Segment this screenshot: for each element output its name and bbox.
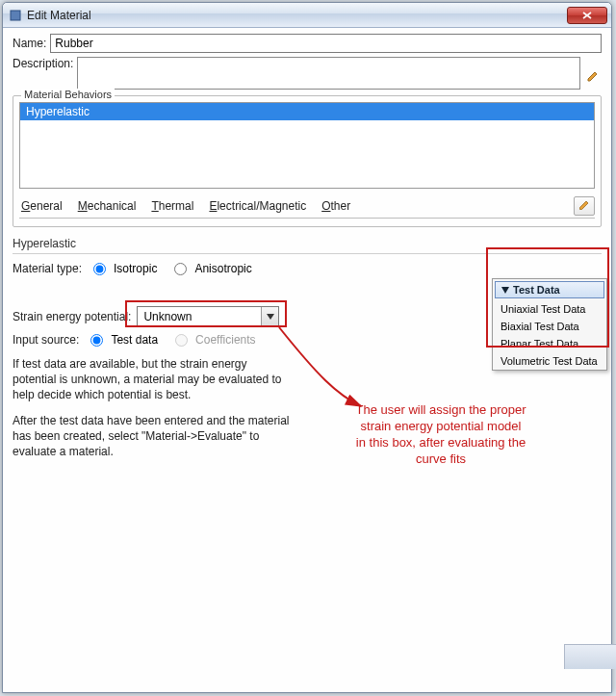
edit-behavior-button[interactable]	[574, 196, 595, 216]
tab-mechanical[interactable]: Mechanical	[76, 197, 139, 215]
behavior-item-hyperelastic[interactable]: Hyperelastic	[20, 103, 594, 120]
menu-uniaxial[interactable]: Uniaxial Test Data	[493, 300, 606, 318]
info-text: If test data are available, but the stra…	[13, 356, 292, 459]
info-paragraph-2: After the test data have been entered an…	[13, 413, 292, 460]
anisotropic-label: Anisotropic	[194, 262, 251, 275]
name-input[interactable]	[50, 34, 602, 53]
material-behaviors-legend: Material Behaviors	[21, 89, 115, 100]
taskbar-fragment	[564, 644, 616, 669]
svg-rect-0	[11, 11, 20, 20]
strain-energy-value: Unknown	[138, 310, 261, 323]
test-data-label: Test data	[111, 333, 158, 347]
material-type-label: Material type:	[13, 262, 82, 275]
coefficients-label: Coefficients	[195, 333, 255, 347]
description-label: Description:	[13, 57, 73, 70]
coefficients-radio	[175, 334, 188, 347]
tab-other[interactable]: Other	[320, 197, 352, 215]
material-behaviors-group: Material Behaviors Hyperelastic General …	[13, 95, 602, 227]
app-icon	[9, 9, 22, 22]
pencil-icon	[586, 69, 600, 86]
material-type-row: Material type: Isotropic Anisotropic	[13, 262, 602, 275]
chevron-down-icon	[261, 307, 278, 326]
tab-electrical[interactable]: Electrical/Magnetic	[207, 197, 308, 215]
isotropic-label: Isotropic	[114, 262, 157, 275]
dialog-content: Name: Description: Material Behaviors Hy…	[3, 28, 611, 692]
tab-thermal[interactable]: Thermal	[149, 197, 195, 215]
test-data-radio[interactable]	[90, 334, 103, 347]
menu-planar[interactable]: Planar Test Data	[493, 335, 606, 352]
hyperelastic-section-title: Hyperelastic	[13, 237, 602, 254]
strain-energy-select[interactable]: Unknown	[137, 306, 279, 327]
strain-energy-label: Strain energy potential:	[13, 310, 131, 323]
tab-general[interactable]: General	[19, 197, 64, 215]
anisotropic-radio[interactable]	[174, 263, 187, 275]
close-icon	[582, 10, 592, 21]
behavior-tabs: General Mechanical Thermal Electrical/Ma…	[19, 196, 595, 219]
description-input[interactable]	[77, 57, 580, 90]
edit-description-button[interactable]	[584, 68, 602, 86]
window-title: Edit Material	[27, 9, 91, 22]
isotropic-radio[interactable]	[93, 263, 106, 275]
test-data-menu-header[interactable]: Test Data	[495, 281, 604, 298]
info-paragraph-1: If test data are available, but the stra…	[13, 356, 292, 403]
close-button[interactable]	[567, 7, 607, 24]
menu-volumetric[interactable]: Volumetric Test Data	[493, 352, 606, 370]
test-data-menu: Test Data Uniaxial Test Data Biaxial Tes…	[492, 278, 607, 371]
titlebar: Edit Material	[3, 3, 611, 28]
triangle-down-icon	[501, 284, 509, 296]
input-source-label: Input source:	[13, 333, 79, 347]
annotation-text: The user will assign the proper strain e…	[354, 402, 527, 468]
menu-biaxial[interactable]: Biaxial Test Data	[493, 318, 606, 335]
behavior-list[interactable]: Hyperelastic	[19, 102, 595, 189]
pencil-icon	[578, 199, 590, 214]
name-label: Name:	[13, 37, 46, 50]
edit-material-window: Edit Material Name: Description: Materia…	[2, 2, 612, 693]
